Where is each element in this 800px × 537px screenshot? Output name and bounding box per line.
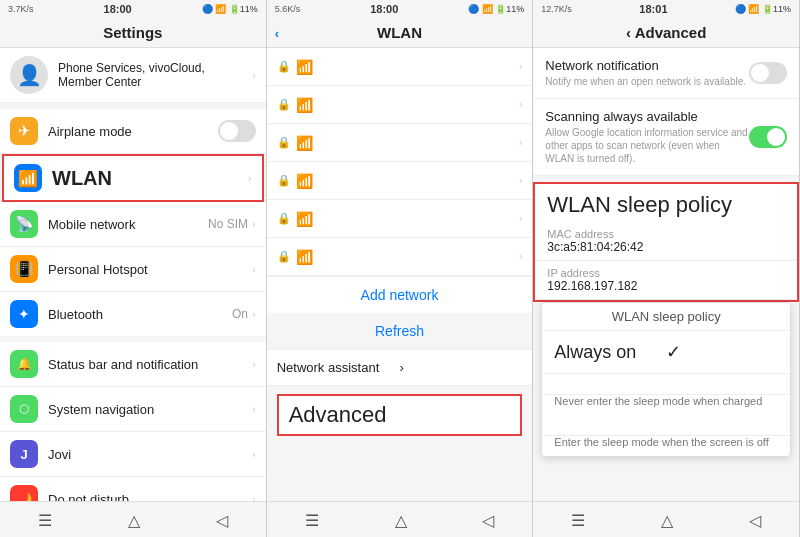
dropdown-option-1-label: Always on [554,342,666,363]
advanced-scroll[interactable]: Network notification Notify me when an o… [533,48,799,501]
wlan-net-4[interactable]: 🔒 📶 › [267,162,533,200]
profile-row[interactable]: 👤 Phone Services, vivoCloud, Member Cent… [0,48,266,103]
bottom-menu-icon[interactable]: ☰ [38,511,52,530]
airplane-item[interactable]: ✈ Airplane mode [0,109,266,154]
status-icons-3: 🔵 📶 🔋11% [735,4,791,14]
jovi-item[interactable]: J Jovi › [0,432,266,477]
dropdown-title: WLAN sleep policy [542,303,790,331]
mobile-chevron: › [252,218,256,230]
advanced-btn[interactable]: Advanced [277,394,523,436]
network-section: ✈ Airplane mode 📶 WLAN › 📡 Mobile networ… [0,109,266,336]
add-network-btn[interactable]: Add network [267,276,533,313]
ip-value: 192.168.197.182 [547,279,785,293]
bottom-nav-1: ☰ △ ◁ [0,501,266,537]
settings-scroll[interactable]: 👤 Phone Services, vivoCloud, Member Cent… [0,48,266,501]
dropdown-option-1[interactable]: Always on ✓ [542,331,790,374]
settings-panel: 3.7K/s 18:00 🔵 📶 🔋11% Settings 👤 Phone S… [0,0,267,537]
profile-name: Phone Services, vivoCloud, Member Center [58,61,252,89]
check-icon: ✓ [666,341,778,363]
net-chevron-5: › [519,213,522,224]
sleep-policy-dropdown: WLAN sleep policy Always on ✓ Never ente… [541,302,791,457]
hotspot-label: Personal Hotspot [48,262,252,277]
airplane-icon: ✈ [10,117,38,145]
airplane-toggle[interactable] [218,120,256,142]
scanning-toggle[interactable] [749,126,787,148]
net-chevron-1: › [519,61,522,72]
hotspot-icon: 📳 [10,255,38,283]
wlan-title: WLAN [377,24,422,41]
scanning-item[interactable]: Scanning always available Allow Google l… [533,99,799,176]
advanced-label: Advanced [289,402,387,427]
wlan-chevron: › [248,172,252,184]
wlan-net-1[interactable]: 🔒 📶 › [267,48,533,86]
bottom-nav-3: ☰ △ ◁ [533,501,799,537]
network-notification-item[interactable]: Network notification Notify me when an o… [533,48,799,99]
sysnav-label: System navigation [48,402,252,417]
bottom-back-icon[interactable]: ◁ [216,511,228,530]
wlan-back-btn[interactable]: ‹ [275,25,279,40]
mobile-value: No SIM [208,217,248,231]
profile-chevron: › [252,69,256,81]
advanced-panel: 12.7K/s 18:01 🔵 📶 🔋11% ‹ Advanced Networ… [533,0,800,537]
speed-2: 5.6K/s [275,4,301,14]
wlan-net-2[interactable]: 🔒 📶 › [267,86,533,124]
bluetooth-item[interactable]: ✦ Bluetooth On › [0,292,266,336]
bottom-back-icon-2[interactable]: ◁ [482,511,494,530]
speed-1: 3.7K/s [8,4,34,14]
bottom-home-icon-3[interactable]: △ [661,511,673,530]
wlan-net-6[interactable]: 🔒 📶 › [267,238,533,276]
hotspot-chevron: › [252,263,256,275]
sysnav-item[interactable]: ⬡ System navigation › [0,387,266,432]
net-chevron-2: › [519,99,522,110]
notif-toggle[interactable] [749,62,787,84]
bottom-home-icon-2[interactable]: △ [395,511,407,530]
dnd-item[interactable]: 🌙 Do not disturb › [0,477,266,501]
airplane-label: Airplane mode [48,124,218,139]
bottom-nav-2: ☰ △ ◁ [267,501,533,537]
wifi-icon-3: 📶 [296,135,519,151]
system-section: 🔔 Status bar and notification › ⬡ System… [0,342,266,501]
ip-address-row: IP address 192.168.197.182 [535,261,797,300]
dropdown-option-2[interactable] [542,374,790,395]
refresh-btn[interactable]: Refresh [267,313,533,349]
bluetooth-icon: ✦ [10,300,38,328]
advanced-title-bar: ‹ Advanced [533,18,799,48]
statusbar-icon: 🔔 [10,350,38,378]
bottom-home-icon[interactable]: △ [128,511,140,530]
profile-text: Phone Services, vivoCloud, Member Center [58,61,252,89]
lock-icon-2: 🔒 [277,98,291,111]
wlan-net-3[interactable]: 🔒 📶 › [267,124,533,162]
scanning-label: Scanning always available [545,109,749,124]
dropdown-option-3-sub: Enter the sleep mode when the screen is … [542,436,790,456]
dropdown-option-3[interactable] [542,415,790,436]
bottom-menu-icon-3[interactable]: ☰ [571,511,585,530]
notif-sub: Notify me when an open network is availa… [545,75,749,88]
status-icons-1: 🔵 📶 🔋11% [202,4,258,14]
adv-section-1: Network notification Notify me when an o… [533,48,799,176]
bottom-back-icon-3[interactable]: ◁ [749,511,761,530]
wifi-icon-2: 📶 [296,97,519,113]
sleep-policy-label: WLAN sleep policy [535,184,797,222]
mobile-label: Mobile network [48,217,208,232]
bluetooth-value: On [232,307,248,321]
lock-icon-3: 🔒 [277,136,291,149]
scanning-text: Scanning always available Allow Google l… [545,109,749,165]
wlan-scroll[interactable]: 🔒 📶 › 🔒 📶 › 🔒 📶 › 🔒 📶 › 🔒 📶 [267,48,533,501]
status-bar-1: 3.7K/s 18:00 🔵 📶 🔋11% [0,0,266,18]
sysnav-icon: ⬡ [10,395,38,423]
wifi-icon-5: 📶 [296,211,519,227]
wifi-icon-6: 📶 [296,249,519,265]
wlan-net-5[interactable]: 🔒 📶 › [267,200,533,238]
wlan-item[interactable]: 📶 WLAN › [2,154,264,202]
notif-label: Network notification [545,58,749,73]
bottom-menu-icon-2[interactable]: ☰ [305,511,319,530]
network-assist-item[interactable]: Network assistant › [267,349,533,386]
statusbar-item[interactable]: 🔔 Status bar and notification › [0,342,266,387]
advanced-back-btn[interactable]: ‹ [626,24,631,41]
mobile-item[interactable]: 📡 Mobile network No SIM › [0,202,266,247]
jovi-label: Jovi [48,447,252,462]
notif-text: Network notification Notify me when an o… [545,58,749,88]
hotspot-item[interactable]: 📳 Personal Hotspot › [0,247,266,292]
ip-label: IP address [547,267,785,279]
speed-3: 12.7K/s [541,4,572,14]
